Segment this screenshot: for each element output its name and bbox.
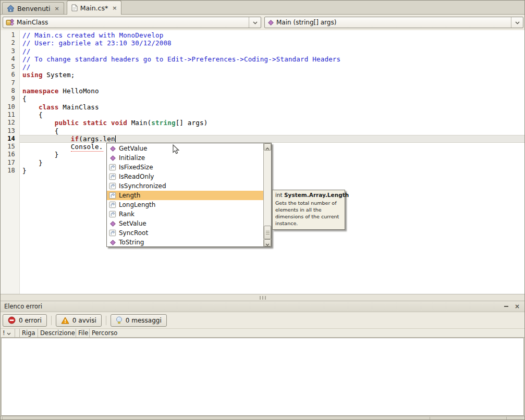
completion-item-length[interactable]: Length [107,191,263,200]
class-combobox-value: MainClass [17,19,249,26]
scrollbar-thumb[interactable] [264,226,271,239]
completion-item-initialize[interactable]: Initialize [107,153,263,163]
completion-item-longlength[interactable]: LongLength [107,200,263,209]
chevron-down-icon [265,238,270,248]
monodevelop-window: Benvenuti×Main.cs*× MainClass Main (stri… [0,0,525,420]
code-text[interactable]: public static void Main(string[] args) [20,119,524,127]
code-line-13: 13 { [1,127,524,135]
token-plain [22,103,39,111]
mouse-cursor-icon [173,144,180,155]
line-number: 16 [1,151,20,158]
column-header-descrizione[interactable]: Descrizione [38,329,76,337]
tooltip-member-name: System.Array.Length [284,192,349,198]
0-errori-button[interactable]: 0 errori [3,314,47,327]
completion-item-issynchronized[interactable]: IsSynchronized [107,181,263,191]
code-text[interactable]: { [20,111,524,119]
code-text[interactable]: { [20,127,524,135]
code-text[interactable]: Console. [20,143,524,151]
tab-benvenuti[interactable]: Benvenuti× [2,2,64,14]
tab-close-icon[interactable]: × [55,5,59,12]
code-line-12: 12 public static void Main(string[] args… [1,119,524,127]
token-error: Console. [71,143,103,152]
line-number: 11 [1,111,20,119]
member-combobox[interactable]: Main (string[] args) [264,17,523,28]
code-text[interactable]: namespace HelloMono [20,87,524,95]
line-number: 18 [1,167,20,175]
property-icon [109,173,116,180]
code-text[interactable]: if(args.len [20,135,524,143]
column-header-percorso[interactable]: Percorso [90,329,524,337]
completion-item-isfixedsize[interactable]: IsFixedSize [107,163,263,172]
member-combobox-arrow[interactable] [511,17,523,28]
class-icon [6,19,15,27]
line-number: 17 [1,159,20,167]
completion-item-tostring[interactable]: ToString [107,238,263,246]
line-number: 15 [1,143,20,151]
token-keyword: namespace [22,87,59,95]
token-plain [22,143,71,151]
completion-label: LongLength [119,201,155,208]
scroll-down-button[interactable] [264,239,271,246]
code-text[interactable]: // To change standard headers go to Edit… [20,55,524,63]
token-comment: // User: gabriele at 23:10 30/12/2008 [22,39,172,47]
code-text[interactable]: } [20,151,524,158]
close-icon: × [515,303,520,310]
code-text[interactable]: } [20,167,524,175]
code-text[interactable]: // [20,47,524,55]
minimize-button[interactable] [503,303,510,310]
class-combobox-arrow[interactable] [249,17,261,28]
token-plain: [] args) [176,119,208,127]
code-text[interactable]: using System; [20,71,524,79]
completion-item-syncroot[interactable]: SyncRoot [107,228,263,238]
scroll-up-button[interactable] [264,143,271,151]
error-list-panel: Elenco errori × 0 errori0 avvisi0 messag… [1,301,524,416]
tooltip-return-type: int [275,192,284,198]
code-text[interactable]: { [20,95,524,103]
tab-bar: Benvenuti×Main.cs*× [1,1,524,15]
code-text[interactable]: } [20,159,524,167]
completion-label: IsSynchronized [119,182,166,190]
line-number: 6 [1,71,20,79]
line-number: 8 [1,87,20,95]
property-icon [109,182,116,190]
statusbar-divider [506,417,507,420]
column-label: Riga [22,329,35,337]
0-messaggi-button[interactable]: 0 messaggi [111,314,167,327]
close-button[interactable]: × [514,303,521,310]
code-text[interactable]: // Main.cs created with MonoDevelop [20,31,524,39]
completion-item-setvalue[interactable]: SetValue [107,219,263,228]
column-header-severity[interactable]: ! [1,329,15,337]
code-text[interactable]: // User: gabriele at 23:10 30/12/2008 [20,39,524,47]
column-header-file[interactable]: File [76,329,90,337]
token-plain [79,119,83,127]
completion-item-rank[interactable]: Rank [107,209,263,219]
completion-item-isreadonly[interactable]: IsReadOnly [107,172,263,181]
completion-label: IsReadOnly [119,173,154,180]
code-text[interactable]: class MainClass [20,103,524,111]
method-icon [109,145,116,152]
class-combobox[interactable]: MainClass [3,17,261,28]
code-text[interactable] [20,79,524,87]
token-plain [22,119,55,127]
property-icon [109,229,116,237]
code-line-5: 5// [1,63,524,71]
minimize-icon [504,306,508,307]
code-text[interactable]: // [20,63,524,71]
line-number: 4 [1,55,20,63]
error-panel-titlebar: Elenco errori × [1,301,524,312]
line-number: 7 [1,79,20,87]
code-line-2: 2// User: gabriele at 23:10 30/12/2008 [1,39,524,47]
column-header-riga[interactable]: Riga [20,329,38,337]
0-avvisi-button[interactable]: 0 avvisi [56,314,102,327]
tab-close-icon[interactable]: × [112,5,117,11]
tab-main-cs[interactable]: Main.cs*× [67,1,122,15]
chevron-down-icon[interactable] [7,332,11,335]
token-comment: // To change standard headers go to Edit… [22,55,340,63]
tab-label: Benvenuti [17,5,51,13]
completion-label: SetValue [119,220,146,227]
token-type: string [151,119,175,127]
completion-scrollbar[interactable] [263,143,271,246]
completion-item-getvalue[interactable]: GetValue [107,144,263,153]
method-icon [267,19,274,26]
panel-splitter[interactable] [1,294,524,301]
